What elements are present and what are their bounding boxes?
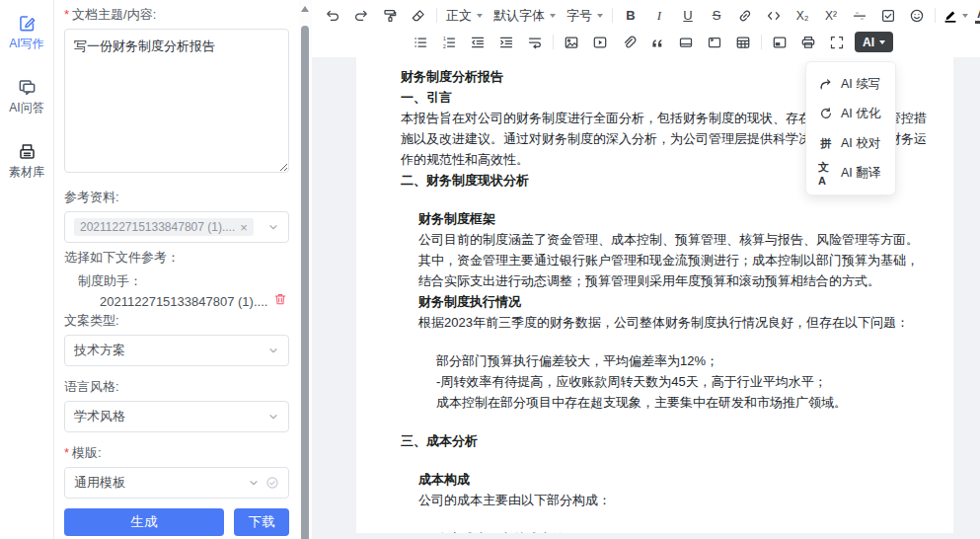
doc-paragraph: 公司的成本主要由以下部分构成：: [401, 490, 928, 510]
chevron-down-icon: [879, 40, 885, 44]
divider: [436, 8, 437, 23]
bold-button[interactable]: B: [620, 5, 641, 27]
reference-tag-label: 2021122715133847807 (1)....: [80, 220, 235, 234]
scroll-up-arrow-icon[interactable]: [301, 6, 309, 12]
image-icon[interactable]: [561, 32, 582, 53]
delete-icon[interactable]: [273, 292, 287, 310]
outdent-icon[interactable]: [467, 32, 489, 53]
menu-item-ai-optimize[interactable]: AI 优化: [806, 99, 895, 128]
ai-translate-icon: 文A: [818, 166, 833, 181]
reference-tag: 2021122715133847807 (1).... ×: [74, 218, 254, 236]
generate-button[interactable]: 生成: [64, 508, 224, 536]
form-actions: 生成 下载: [64, 508, 289, 536]
font-color-icon[interactable]: A: [975, 8, 980, 24]
doc-paragraph: -周转效率有待提高，应收账款周转天数为45天，高于行业平均水平；: [401, 371, 928, 392]
embed-icon[interactable]: [769, 32, 791, 53]
reference-select[interactable]: 2021122715133847807 (1).... ×: [64, 211, 289, 243]
reference-file-name: 2021122715133847807 (1)....: [100, 294, 273, 309]
scrollbar-thumb[interactable]: [301, 26, 309, 539]
attachment-icon[interactable]: [618, 32, 640, 53]
doc-heading: 财务制度执行情况: [401, 291, 928, 312]
chevron-down-icon: [267, 345, 279, 356]
print-icon[interactable]: [797, 32, 819, 53]
ai-proofread-icon: 拼: [818, 136, 833, 151]
highlight-color-icon[interactable]: [942, 8, 968, 24]
emoji-icon[interactable]: [906, 5, 928, 27]
code-icon[interactable]: [763, 5, 785, 27]
reference-label: 参考资料:: [64, 189, 289, 206]
redo-button[interactable]: [350, 5, 372, 27]
topic-input[interactable]: 写一份财务制度分析报告: [64, 29, 289, 173]
menu-item-ai-translate[interactable]: 文A AI 翻译: [806, 158, 895, 188]
undo-button[interactable]: [322, 5, 343, 27]
ordered-list-icon[interactable]: 12: [438, 32, 460, 53]
toolbar-row-1: 正文 默认字体 字号 B I U S X₂ X²: [322, 2, 976, 29]
download-button[interactable]: 下载: [234, 508, 289, 536]
topic-label: *文档主题/内容:: [64, 6, 289, 24]
format-painter-icon[interactable]: [379, 5, 401, 27]
reference-file-row: 2021122715133847807 (1)....: [64, 292, 289, 310]
table-icon[interactable]: [732, 32, 754, 53]
font-family-select[interactable]: 默认字体: [491, 7, 558, 25]
required-star: *: [64, 445, 69, 460]
menu-item-ai-proofread[interactable]: 拼 AI 校对: [806, 128, 895, 158]
svg-text:2: 2: [443, 42, 446, 48]
underline-button[interactable]: U: [677, 5, 699, 27]
template-status-icon[interactable]: [265, 476, 279, 490]
template-select[interactable]: 通用模板: [64, 467, 289, 499]
link-icon[interactable]: [734, 5, 756, 27]
font-size-select[interactable]: 字号: [565, 7, 605, 25]
superscript-button[interactable]: X²: [820, 5, 842, 27]
ai-menu-button[interactable]: AI: [855, 32, 893, 52]
task-list-icon[interactable]: [877, 5, 899, 27]
hr-icon[interactable]: [849, 5, 870, 27]
template-label: *模版:: [64, 444, 289, 462]
paragraph-style-select[interactable]: 正文: [444, 7, 485, 25]
doc-type-value: 技术方案: [74, 342, 262, 359]
doc-heading: 三、成本分析: [401, 430, 928, 451]
ai-write-icon: [18, 14, 37, 33]
chevron-down-icon: [962, 14, 968, 18]
sidebar-item-ai-write[interactable]: AI写作: [9, 14, 43, 52]
subscript-button[interactable]: X₂: [792, 5, 813, 27]
doc-type-select[interactable]: 技术方案: [64, 335, 289, 366]
video-icon[interactable]: [589, 32, 611, 53]
sidebar-item-library[interactable]: 素材库: [9, 142, 44, 181]
text-wrap-icon[interactable]: [524, 32, 546, 53]
doc-paragraph: 根据2023年前三季度的财务数据，公司整体财务制度执行情况良好，但存在以下问题：: [401, 312, 928, 333]
close-icon[interactable]: ×: [240, 221, 248, 234]
strikethrough-button[interactable]: S: [706, 5, 727, 27]
chevron-down-icon: [267, 411, 279, 423]
doc-paragraph: 部分部门预算执行偏差较大，平均偏差率为12%；: [401, 350, 928, 371]
doc-type-label: 文案类型:: [64, 312, 289, 330]
doc-heading: 财务制度框架: [401, 208, 928, 229]
fullscreen-icon[interactable]: [826, 32, 848, 53]
file-select-label: 选择如下文件参考：: [64, 249, 289, 267]
ai-write-form: *文档主题/内容: 写一份财务制度分析报告 参考资料: 202112271513…: [54, 0, 299, 539]
style-select[interactable]: 学术风格: [64, 401, 289, 432]
template-value: 通用模板: [74, 474, 242, 492]
indent-icon[interactable]: [495, 32, 517, 53]
editor: 正文 默认字体 字号 B I U S X₂ X²: [312, 0, 980, 539]
italic-button[interactable]: I: [648, 5, 670, 27]
annotation-block-icon[interactable]: [704, 32, 725, 53]
clear-format-icon[interactable]: [408, 5, 429, 27]
divider-block-icon[interactable]: [675, 32, 697, 53]
sidebar-item-ai-qa[interactable]: AI问答: [9, 78, 43, 116]
blockquote-icon[interactable]: [646, 32, 668, 53]
toolbar-row-2: 12 AI: [322, 29, 976, 55]
doc-paragraph: 公司目前的制度涵盖了资金管理、成本控制、预算管理、核算与报告、风险管理等方面。其…: [401, 229, 928, 291]
divider: [761, 35, 762, 49]
assistant-label: 制度助手：: [64, 272, 289, 290]
chevron-down-icon: [248, 477, 260, 489]
doc-paragraph: 成本控制在部分项目中存在超支现象，主要集中在研发和市场推广领域。: [401, 392, 928, 413]
ai-dropdown-menu: AI 续写 AI 优化 拼 AI 校对 文A AI 翻译: [805, 61, 896, 195]
divider: [612, 8, 613, 23]
form-scrollbar[interactable]: [299, 0, 312, 539]
bullet-list-icon[interactable]: [410, 32, 431, 53]
ai-optimize-icon: [818, 107, 833, 121]
menu-item-ai-continue[interactable]: AI 续写: [806, 69, 895, 99]
ai-qa-icon: [18, 78, 37, 97]
editor-toolbar: 正文 默认字体 字号 B I U S X₂ X²: [312, 0, 980, 57]
doc-heading: 成本构成: [401, 469, 928, 490]
